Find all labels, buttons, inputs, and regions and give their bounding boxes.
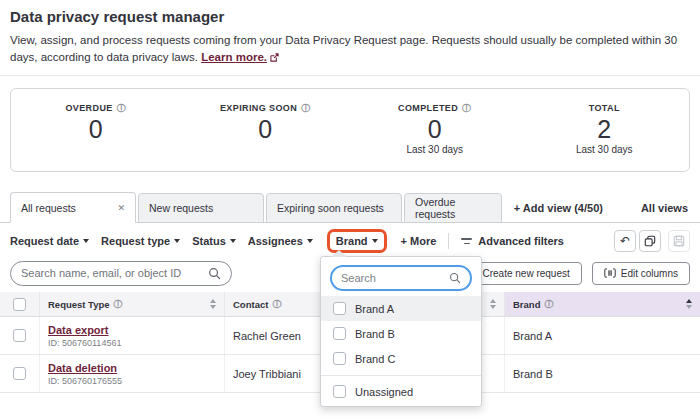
stat-completed: COMPLETEDⓘ 0 Last 30 days xyxy=(350,89,520,171)
close-icon[interactable]: ✕ xyxy=(117,203,125,213)
tab-label: All requests xyxy=(21,202,76,214)
request-link[interactable]: Data deletion xyxy=(48,362,117,374)
column-header-request-type[interactable]: Request Typeⓘ xyxy=(40,292,225,316)
button-label: Create new request xyxy=(482,268,569,279)
data-privacy-request-manager: Data privacy request manager View, assig… xyxy=(0,0,700,417)
advanced-filters-button[interactable]: Advanced filters xyxy=(461,235,564,247)
info-icon[interactable]: ⓘ xyxy=(462,104,471,113)
more-filters-button[interactable]: + More xyxy=(401,235,437,247)
divider xyxy=(448,233,449,249)
stat-overdue: OVERDUEⓘ 0 xyxy=(11,89,181,171)
row-checkbox[interactable] xyxy=(13,329,26,342)
tab-all-requests[interactable]: All requests ✕ xyxy=(10,192,136,223)
filter-assignees[interactable]: Assignees xyxy=(248,235,313,247)
option-label: Brand C xyxy=(355,353,395,365)
tab-expiring-soon-requests[interactable]: Expiring soon requests xyxy=(266,193,402,223)
dropdown-search xyxy=(330,265,472,291)
brand-value: Brand B xyxy=(513,368,553,380)
search-icon xyxy=(449,272,461,284)
contact-name: Rachel Green xyxy=(233,330,301,342)
filter-brand[interactable]: Brand xyxy=(336,235,378,247)
stat-value: 0 xyxy=(258,115,272,143)
request-id: ID: 506760114561 xyxy=(48,338,121,348)
clone-view-button[interactable] xyxy=(639,230,661,252)
view-action-buttons: ↶ xyxy=(614,230,690,252)
copy-icon xyxy=(644,235,656,247)
dropdown-option-brand-c[interactable]: Brand C xyxy=(321,346,481,371)
request-link[interactable]: Data export xyxy=(48,324,109,336)
column-label: Contact xyxy=(233,299,268,310)
chevron-down-icon xyxy=(230,239,236,243)
stat-label: OVERDUE xyxy=(65,103,112,113)
column-header-brand[interactable]: Brandⓘ xyxy=(505,292,700,316)
info-icon[interactable]: ⓘ xyxy=(117,104,126,113)
dropdown-option-brand-a[interactable]: Brand A xyxy=(321,296,481,321)
column-label: Request Type xyxy=(48,299,110,310)
option-label: Unassigned xyxy=(355,386,413,398)
stat-label: TOTAL xyxy=(589,103,620,113)
sort-icon xyxy=(210,299,216,309)
select-all-checkbox[interactable] xyxy=(13,298,26,311)
dropdown-search-input[interactable] xyxy=(341,272,449,284)
dropdown-option-brand-b[interactable]: Brand B xyxy=(321,321,481,346)
row-checkbox[interactable] xyxy=(13,367,26,380)
chevron-down-icon xyxy=(83,239,89,243)
stat-subtext: Last 30 days xyxy=(576,144,633,155)
filter-bar: Request date Request type Status Assigne… xyxy=(10,227,690,255)
tab-actions: + Add view (4/50) All views xyxy=(514,193,700,223)
option-checkbox[interactable] xyxy=(333,385,346,398)
stat-value: 0 xyxy=(428,115,442,143)
view-tabs: All requests ✕ New requests Expiring soo… xyxy=(0,192,700,223)
dropdown-option-unassigned[interactable]: Unassigned xyxy=(321,379,481,404)
option-checkbox[interactable] xyxy=(333,327,346,340)
filter-status[interactable]: Status xyxy=(192,235,236,247)
table-search xyxy=(10,261,232,286)
tab-label: Expiring soon requests xyxy=(277,202,384,214)
tab-overdue-requests[interactable]: Overdue requests xyxy=(404,193,502,223)
stat-value: 2 xyxy=(597,115,611,143)
request-id: ID: 506760176555 xyxy=(48,376,122,386)
create-new-request-button[interactable]: Create new request xyxy=(470,262,581,285)
add-view-button[interactable]: + Add view (4/50) xyxy=(514,202,603,214)
stat-label: EXPIRING SOON xyxy=(220,103,297,113)
search-icon xyxy=(208,267,221,280)
info-icon[interactable]: ⓘ xyxy=(544,300,553,309)
all-views-link[interactable]: All views xyxy=(641,202,688,214)
tab-new-requests[interactable]: New requests xyxy=(138,193,264,223)
undo-button[interactable]: ↶ xyxy=(614,230,636,252)
option-checkbox[interactable] xyxy=(333,352,346,365)
button-label: Edit columns xyxy=(621,268,678,279)
hidden-cell xyxy=(480,317,505,354)
option-label: Brand A xyxy=(355,303,394,315)
description-text: View, assign, and process requests comin… xyxy=(10,34,677,63)
stats-card: OVERDUEⓘ 0 EXPIRING SOONⓘ 0 COMPLETEDⓘ 0… xyxy=(10,88,690,172)
learn-more-link[interactable]: Learn more. xyxy=(201,51,267,63)
info-icon[interactable]: ⓘ xyxy=(114,300,123,309)
info-icon[interactable]: ⓘ xyxy=(272,300,281,309)
stat-expiring-soon: EXPIRING SOONⓘ 0 xyxy=(181,89,351,171)
info-icon[interactable]: ⓘ xyxy=(301,104,310,113)
toolbar-buttons: Create new request Edit columns xyxy=(470,262,690,285)
page-title: Data privacy request manager xyxy=(10,8,224,25)
option-checkbox[interactable] xyxy=(333,302,346,315)
header-divider xyxy=(0,75,700,76)
save-view-button[interactable] xyxy=(668,230,690,252)
edit-columns-button[interactable]: Edit columns xyxy=(592,262,690,285)
search-input[interactable] xyxy=(21,267,208,279)
undo-icon: ↶ xyxy=(620,234,630,248)
advanced-filters-label: Advanced filters xyxy=(478,235,564,247)
save-icon xyxy=(673,235,685,247)
stat-total: TOTAL 2 Last 30 days xyxy=(520,89,690,171)
column-label: Brand xyxy=(513,299,540,310)
edit-columns-icon xyxy=(604,268,616,278)
filter-request-date[interactable]: Request date xyxy=(10,235,89,247)
tab-label: New requests xyxy=(149,202,213,214)
chevron-down-icon xyxy=(372,239,378,243)
filter-label: Request date xyxy=(10,235,79,247)
filter-request-type[interactable]: Request type xyxy=(101,235,180,247)
filter-label: Brand xyxy=(336,235,368,247)
stat-label: COMPLETED xyxy=(398,103,458,113)
hidden-cell xyxy=(480,355,505,392)
column-header-hidden[interactable] xyxy=(480,292,505,316)
page-description: View, assign, and process requests comin… xyxy=(10,32,692,65)
